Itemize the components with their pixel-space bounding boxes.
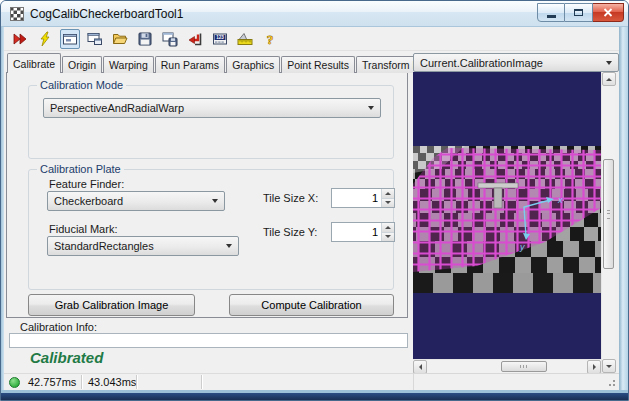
scroll-down-button[interactable]	[602, 359, 616, 373]
minimize-icon	[547, 15, 556, 18]
tile-size-y-stepper	[331, 222, 395, 242]
tile-size-y-spin-buttons	[381, 223, 394, 241]
image-source-value: Current.CalibrationImage	[420, 57, 543, 69]
run-button[interactable]	[10, 29, 30, 49]
chevron-down-icon	[206, 192, 224, 210]
app-window: CogCalibCheckerboardTool1	[0, 0, 629, 401]
maximize-button[interactable]	[565, 3, 593, 22]
checkerboard-image: x y	[413, 72, 601, 359]
compute-calibration-button[interactable]: Compute Calibration	[229, 294, 394, 316]
window-frame-left	[1, 27, 4, 390]
measure-button[interactable]	[235, 29, 255, 49]
fiducial-mark-label: Fiducial Mark:	[49, 223, 117, 235]
calibration-image-view[interactable]: x y	[413, 72, 601, 359]
spin-down-button[interactable]	[382, 198, 394, 208]
calibration-info-label: Calibration Info:	[20, 321, 97, 333]
tab-point-results[interactable]: Point Results	[281, 56, 355, 73]
grab-calibration-image-button[interactable]: Grab Calibration Image	[28, 294, 195, 316]
close-icon	[603, 8, 613, 17]
chevron-down-icon	[600, 54, 618, 71]
tab-run-params[interactable]: Run Params	[155, 56, 225, 73]
open-file-button[interactable]	[110, 29, 130, 49]
tab-warping[interactable]: Warping	[103, 56, 154, 73]
scroll-right-button[interactable]	[587, 360, 601, 374]
calibration-plate-group-title: Calibration Plate	[37, 163, 124, 175]
tab-strip: Calibrate Origin Warping Run Params Grap…	[7, 56, 454, 73]
save-file-button[interactable]	[135, 29, 155, 49]
tile-size-y-input[interactable]	[332, 223, 381, 241]
horizontal-scrollbar[interactable]	[413, 359, 601, 373]
status-bar: 42.757ms 43.043ms	[4, 373, 413, 390]
window-frame-right	[619, 27, 629, 390]
statusbar-separator	[201, 375, 202, 389]
horizontal-scrollbar-thumb[interactable]	[501, 361, 547, 372]
chevron-down-icon	[220, 237, 238, 255]
scroll-up-button[interactable]	[602, 72, 616, 86]
import-arrow-icon	[187, 31, 203, 47]
run-time-value: 42.757ms	[28, 376, 76, 388]
spin-up-button[interactable]	[382, 189, 394, 198]
resize-grip-icon[interactable]	[613, 384, 615, 386]
axis-y-label: y	[519, 242, 525, 252]
minimize-button[interactable]	[537, 3, 565, 22]
svg-text:123: 123	[216, 35, 224, 40]
image-display-icon	[62, 31, 78, 47]
tab-graphics[interactable]: Graphics	[226, 56, 280, 73]
float-window-icon	[87, 31, 103, 47]
chevron-down-icon	[362, 99, 380, 117]
save-image-icon	[162, 31, 178, 47]
toolbar: 123 ?	[4, 27, 619, 51]
window-title: CogCalibCheckerboardTool1	[30, 7, 183, 21]
calibration-status-text: Calibrated	[30, 349, 103, 366]
calibration-mode-group-title: Calibration Mode	[37, 79, 126, 91]
close-button[interactable]	[593, 3, 624, 22]
fiducial-t-mark	[478, 183, 518, 188]
save-image-button[interactable]	[160, 29, 180, 49]
tab-calibrate[interactable]: Calibrate	[7, 53, 61, 73]
open-folder-icon	[112, 31, 128, 47]
status-indicator-dot	[9, 377, 20, 388]
fiducial-mark-combo[interactable]: StandardRectangles	[47, 236, 239, 256]
tab-origin[interactable]: Origin	[62, 56, 102, 73]
window-frame-bottom	[1, 393, 629, 401]
tile-size-y-label: Tile Size Y:	[263, 226, 317, 238]
axis-x-label: x	[557, 195, 563, 205]
float-image-display-button[interactable]	[85, 29, 105, 49]
tile-size-x-label: Tile Size X:	[263, 192, 318, 204]
fiducial-mark-value: StandardRectangles	[54, 240, 154, 252]
help-icon: ?	[262, 31, 278, 47]
tile-size-x-input[interactable]	[332, 189, 381, 207]
ruler-icon	[237, 31, 253, 47]
vertical-scrollbar-thumb[interactable]	[603, 159, 614, 269]
image-source-combo[interactable]: Current.CalibrationImage	[413, 53, 619, 72]
scroll-left-button[interactable]	[413, 360, 427, 374]
help-button[interactable]: ?	[260, 29, 280, 49]
show-image-display-button[interactable]	[60, 29, 80, 49]
image-panel-status-strip	[413, 373, 619, 390]
save-floppy-icon	[137, 31, 153, 47]
app-checkerboard-icon	[10, 7, 24, 21]
spin-up-button[interactable]	[382, 223, 394, 232]
spin-down-button[interactable]	[382, 232, 394, 242]
feature-finder-value: Checkerboard	[54, 195, 123, 207]
calibration-mode-combo[interactable]: PerspectiveAndRadialWarp	[43, 98, 381, 118]
import-image-button[interactable]	[185, 29, 205, 49]
feature-finder-label: Feature Finder:	[49, 178, 124, 190]
titlebar[interactable]: CogCalibCheckerboardTool1	[1, 1, 629, 27]
tile-size-x-spin-buttons	[381, 189, 394, 207]
svg-text:?: ?	[267, 31, 274, 46]
lightning-icon	[37, 31, 53, 47]
total-time-value: 43.043ms	[88, 376, 136, 388]
run-icon	[12, 31, 28, 47]
trigger-button[interactable]	[35, 29, 55, 49]
calibration-mode-group: Calibration Mode	[28, 85, 394, 159]
maximize-icon	[574, 9, 583, 16]
window-controls	[537, 3, 624, 22]
feature-finder-combo[interactable]: Checkerboard	[47, 191, 225, 211]
statusbar-separator	[136, 375, 137, 389]
statusbar-separator	[81, 375, 82, 389]
numeric-display-button[interactable]: 123	[210, 29, 230, 49]
calibration-info-field[interactable]	[9, 333, 408, 348]
vertical-scrollbar[interactable]	[601, 72, 615, 373]
tile-size-x-stepper	[331, 188, 395, 208]
